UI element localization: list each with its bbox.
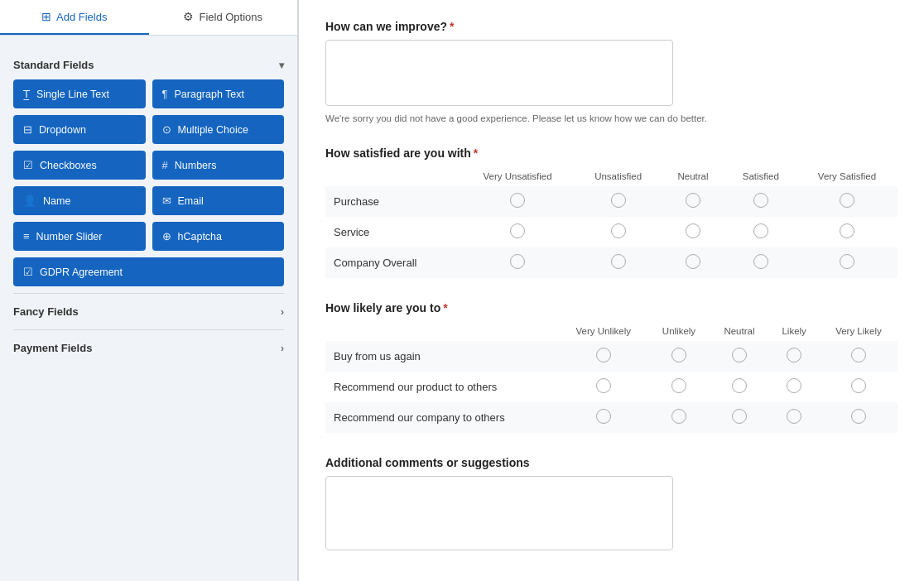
q3-row-2-col-4[interactable] xyxy=(820,402,898,433)
q3-row-2-col-1[interactable] xyxy=(648,402,710,433)
q2-row-1-col-3[interactable] xyxy=(725,217,797,247)
gdpr-grid: ☑ GDPR Agreement xyxy=(13,257,284,286)
multiple-choice-icon: ⊙ xyxy=(162,123,171,136)
q2-radio-1-0[interactable] xyxy=(510,223,525,238)
field-btn-email[interactable]: ✉ Email xyxy=(152,186,285,215)
q2-radio-1-4[interactable] xyxy=(840,223,854,238)
q3-row-1-col-4[interactable] xyxy=(820,372,898,402)
q3-row-0-col-1[interactable] xyxy=(648,341,710,372)
q3-col-3: Neutral xyxy=(710,321,768,341)
q2-row-2-col-4[interactable] xyxy=(796,247,898,278)
q2-radio-2-1[interactable] xyxy=(611,254,626,269)
field-btn-dropdown[interactable]: ⊟ Dropdown xyxy=(13,115,146,144)
payment-fields-section[interactable]: Payment Fields › xyxy=(13,329,284,366)
q3-row-0-col-3[interactable] xyxy=(768,341,819,372)
standard-fields-label: Standard Fields xyxy=(13,59,94,71)
numbers-icon: # xyxy=(162,159,168,171)
tabs: ⊞ Add Fields ⚙ Field Options xyxy=(0,0,297,36)
q2-row-1-col-2[interactable] xyxy=(661,217,724,247)
q2-row-2-col-0[interactable] xyxy=(460,247,575,278)
q2-radio-2-0[interactable] xyxy=(510,254,525,269)
name-label: Name xyxy=(43,195,70,207)
q3-radio-2-4[interactable] xyxy=(851,409,866,424)
q3-radio-2-1[interactable] xyxy=(671,409,686,424)
q2-radio-0-1[interactable] xyxy=(611,193,626,208)
q3-row-2-col-0[interactable] xyxy=(559,402,648,433)
tab-field-options-label: Field Options xyxy=(199,11,262,23)
q3-radio-1-3[interactable] xyxy=(787,378,801,393)
field-btn-hcaptcha[interactable]: ⊕ hCaptcha xyxy=(152,222,285,251)
standard-fields-header[interactable]: Standard Fields ▾ xyxy=(13,49,284,79)
q3-row-1-col-1[interactable] xyxy=(648,372,710,402)
q3-col-2: Unlikely xyxy=(648,321,710,341)
q2-row-0-col-4[interactable] xyxy=(796,186,898,217)
q2-radio-1-3[interactable] xyxy=(753,223,768,238)
standard-fields-chevron: ▾ xyxy=(279,60,284,71)
q2-row-2-col-1[interactable] xyxy=(575,247,662,278)
field-btn-paragraph-text[interactable]: ¶ Paragraph Text xyxy=(152,79,285,108)
q3-radio-0-1[interactable] xyxy=(671,348,686,363)
q3-row-2-col-2[interactable] xyxy=(710,402,768,433)
q2-row-0-col-2[interactable] xyxy=(661,186,724,217)
field-btn-number-slider[interactable]: ≡ Number Slider xyxy=(13,222,146,251)
q2-radio-0-0[interactable] xyxy=(510,193,525,208)
field-btn-numbers[interactable]: # Numbers xyxy=(152,151,285,180)
q4-section: Additional comments or suggestions xyxy=(325,456,898,553)
q3-row-1-col-0[interactable] xyxy=(559,372,648,402)
field-btn-single-line-text[interactable]: T̲ Single Line Text xyxy=(13,79,146,108)
q2-row-1-col-1[interactable] xyxy=(575,217,662,247)
q2-row-2-col-3[interactable] xyxy=(725,247,797,278)
q1-textarea[interactable] xyxy=(325,40,673,106)
q2-row-0-col-0[interactable] xyxy=(460,186,575,217)
q3-radio-1-1[interactable] xyxy=(671,378,686,393)
q2-row-1-col-4[interactable] xyxy=(796,217,898,247)
q4-textarea[interactable] xyxy=(325,476,673,550)
tab-field-options[interactable]: ⚙ Field Options xyxy=(149,0,298,35)
q2-row-2-col-2[interactable] xyxy=(661,247,724,278)
fancy-fields-chevron: › xyxy=(281,306,284,318)
q3-section: How likely are you to* Very Unlikely Unl… xyxy=(325,301,898,433)
field-btn-multiple-choice[interactable]: ⊙ Multiple Choice xyxy=(152,115,285,144)
q2-row-0-col-3[interactable] xyxy=(725,186,797,217)
hcaptcha-icon: ⊕ xyxy=(162,230,171,242)
q2-row-0-col-1[interactable] xyxy=(575,186,662,217)
q3-row-2-col-3[interactable] xyxy=(768,402,819,433)
field-btn-checkboxes[interactable]: ☑ Checkboxes xyxy=(13,151,146,180)
q3-radio-1-4[interactable] xyxy=(851,378,866,393)
q3-radio-0-4[interactable] xyxy=(851,348,866,363)
q3-row-0-col-2[interactable] xyxy=(710,341,768,372)
field-btn-gdpr[interactable]: ☑ GDPR Agreement xyxy=(13,257,284,286)
field-btn-name[interactable]: 👤 Name xyxy=(13,186,146,215)
standard-fields-grid: T̲ Single Line Text ¶ Paragraph Text ⊟ D… xyxy=(13,79,284,251)
q3-col-4: Likely xyxy=(768,321,819,341)
q2-radio-2-2[interactable] xyxy=(686,254,700,269)
q3-row-1-col-3[interactable] xyxy=(768,372,819,402)
q3-radio-2-0[interactable] xyxy=(596,409,611,424)
tab-add-fields[interactable]: ⊞ Add Fields xyxy=(0,0,149,35)
q2-radio-0-2[interactable] xyxy=(686,193,700,208)
q3-radio-1-2[interactable] xyxy=(732,378,747,393)
q1-required: * xyxy=(450,20,454,33)
q3-radio-2-3[interactable] xyxy=(787,409,801,424)
q3-radio-2-2[interactable] xyxy=(732,409,747,424)
paragraph-text-label: Paragraph Text xyxy=(174,89,244,100)
q3-radio-0-0[interactable] xyxy=(596,348,611,363)
q2-radio-0-4[interactable] xyxy=(840,193,854,208)
q3-radio-0-3[interactable] xyxy=(787,348,801,363)
q2-radio-1-2[interactable] xyxy=(686,223,700,238)
q2-radio-2-3[interactable] xyxy=(753,254,768,269)
q3-radio-1-0[interactable] xyxy=(596,378,611,393)
q2-row-1-col-0[interactable] xyxy=(460,217,575,247)
fancy-fields-section[interactable]: Fancy Fields › xyxy=(13,293,284,329)
name-icon: 👤 xyxy=(23,194,36,207)
q3-row-0-col-0[interactable] xyxy=(559,341,648,372)
q3-row-1-col-2[interactable] xyxy=(710,372,768,402)
q3-radio-0-2[interactable] xyxy=(732,348,747,363)
q3-row-1-label: Recommend our product to others xyxy=(325,372,559,402)
q3-row-0-col-4[interactable] xyxy=(820,341,898,372)
q2-radio-1-1[interactable] xyxy=(611,223,626,238)
q2-radio-2-4[interactable] xyxy=(840,254,854,269)
q2-radio-0-3[interactable] xyxy=(753,193,768,208)
number-slider-icon: ≡ xyxy=(23,230,30,242)
number-slider-label: Number Slider xyxy=(36,231,103,242)
